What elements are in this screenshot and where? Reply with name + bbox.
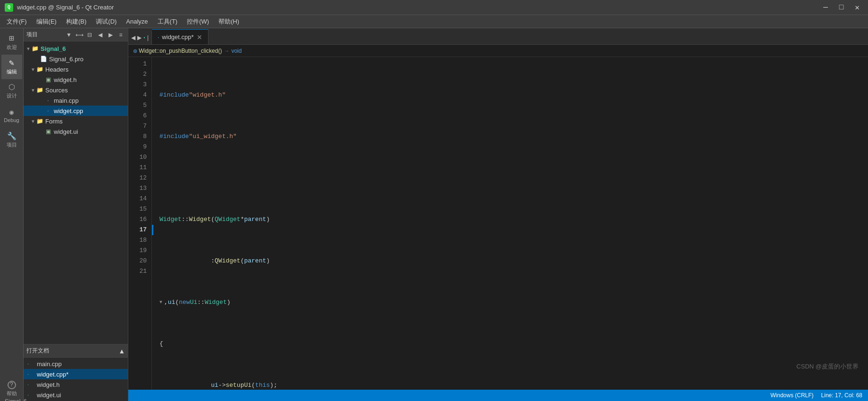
tree-nav-fwd[interactable]: ▶ <box>106 31 115 39</box>
tab-bar: ◀ ▶ · | · widget.cpp* ✕ <box>128 28 868 45</box>
menubar: 文件(F) 编辑(E) 构建(B) 调试(D) Analyze 工具(T) 控件… <box>0 15 868 28</box>
open-doc-label-main: main.cpp <box>37 360 62 368</box>
tree-arrow-forms: ▼ <box>30 119 36 124</box>
open-docs-panel: 打开文档 ▲ · main.cpp · widget.cpp* · widget… <box>24 344 128 401</box>
tree-label-headers: Headers <box>45 66 68 73</box>
tree-item-sources[interactable]: ▼ 📁 Sources <box>24 85 128 95</box>
welcome-icon: ⊞ <box>9 34 14 43</box>
file-tree: ▼ 📁 Signal_6 📄 Signal_6.pro ▼ 📁 Headers … <box>24 41 128 344</box>
code-line-4: Widget::Widget(QWidget *parent) <box>159 214 868 225</box>
open-doc-maincpp[interactable]: · main.cpp <box>24 359 128 369</box>
open-doc-widgetui[interactable]: · widget.ui <box>24 390 128 400</box>
help-icon: ? <box>8 381 16 389</box>
tree-arrow-signal6: ▼ <box>25 46 31 51</box>
open-doc-icon-main: · <box>27 361 35 367</box>
forms-folder-icon: 📁 <box>36 118 43 124</box>
open-doc-label-widget: widget.cpp* <box>37 371 68 378</box>
sidebar-debug-label: Debug <box>4 117 19 123</box>
sidebar-edit-label: 编辑 <box>7 68 17 75</box>
sidebar-item-help[interactable]: ? 帮助 <box>1 376 22 401</box>
tree-item-signal6pro[interactable]: 📄 Signal_6.pro <box>24 54 128 64</box>
menu-edit[interactable]: 编辑(E) <box>32 16 61 28</box>
tree-item-forms[interactable]: ▼ 📁 Forms <box>24 116 128 126</box>
maximize-button[interactable]: □ <box>835 2 848 13</box>
code-line-6: ▼, ui(new Ui::Widget) <box>159 297 868 308</box>
open-docs-list: · main.cpp · widget.cpp* · widget.h · wi… <box>24 358 128 401</box>
cpp-file-icon-main: · <box>44 97 52 104</box>
tree-item-widgeth[interactable]: ▣ widget.h <box>24 74 128 85</box>
close-button[interactable]: ✕ <box>851 2 863 13</box>
tab-nav-fwd-btn[interactable]: ▶ <box>137 34 142 41</box>
sidebar-item-debug[interactable]: ◉ Debug <box>1 104 22 128</box>
menu-tools[interactable]: 工具(T) <box>153 16 183 28</box>
code-content[interactable]: #include "widget.h" #include "ui_widget.… <box>152 57 868 390</box>
tree-menu-btn[interactable]: ≡ <box>117 31 125 39</box>
tree-item-headers[interactable]: ▼ 📁 Headers <box>24 64 128 74</box>
tab-menu-btn[interactable]: · <box>143 34 145 41</box>
edit-icon: ✎ <box>9 59 14 67</box>
tree-toolbar: 项目 ▼ ⟷ ⊟ ◀ ▶ ≡ <box>24 28 128 41</box>
code-line-7: { <box>159 339 868 349</box>
ui-file-icon: ▣ <box>44 128 52 135</box>
menu-help[interactable]: 帮助(H) <box>214 16 244 28</box>
tree-item-widgetui[interactable]: ▣ widget.ui <box>24 126 128 137</box>
tab-icon-cpp: · <box>158 34 159 41</box>
open-doc-icon-widget: · <box>27 371 35 377</box>
sidebar-help-label: 帮助 <box>7 390 17 397</box>
tree-label-widgetui: widget.ui <box>54 128 78 135</box>
open-docs-scroll-up[interactable]: ▲ <box>118 347 125 355</box>
menu-analyze[interactable]: Analyze <box>121 16 152 27</box>
cursor-line-indicator <box>152 225 153 235</box>
tree-sync-btn[interactable]: ⟷ <box>75 31 83 39</box>
tree-filter-btn[interactable]: ▼ <box>65 31 73 39</box>
tree-label-maincpp: main.cpp <box>54 97 79 104</box>
tree-toolbar-label: 项目 <box>26 31 38 39</box>
tree-item-widgetcpp[interactable]: · widget.cpp <box>24 106 128 116</box>
app-icon: Q <box>5 3 13 12</box>
code-line-1: #include "widget.h" <box>159 90 868 100</box>
menu-controls[interactable]: 控件(W) <box>182 16 214 28</box>
open-docs-label: 打开文档 <box>26 347 49 355</box>
tree-arrow-headers: ▼ <box>30 67 36 72</box>
breadcrumb-return-type: void <box>231 48 242 54</box>
status-bar: Windows (CRLF) Line: 17, Col: 68 <box>128 390 868 401</box>
tree-item-maincpp[interactable]: · main.cpp <box>24 95 128 106</box>
status-position: Line: 17, Col: 68 <box>821 392 862 399</box>
tree-nav-back[interactable]: ◀ <box>96 31 104 39</box>
fold-arrow-6[interactable]: ▼ <box>159 297 162 308</box>
minimize-button[interactable]: — <box>819 2 832 13</box>
breadcrumb-func-icon: ⊛ <box>133 48 137 54</box>
sidebar-item-edit[interactable]: ✎ 编辑 <box>1 55 22 79</box>
status-line-ending[interactable]: Windows (CRLF) <box>770 392 813 399</box>
open-doc-label-widgetui: widget.ui <box>37 392 61 399</box>
cpp-file-icon-widget: · <box>44 107 52 114</box>
sidebar-item-project[interactable]: 🔧 项目 <box>1 128 22 153</box>
open-doc-widgeth[interactable]: · widget.h <box>24 379 128 390</box>
bottom-project-label: Signal_6 <box>5 398 27 401</box>
code-line-5: : QWidget(parent) <box>159 256 868 266</box>
tree-label-widgetcpp: widget.cpp <box>54 107 83 115</box>
tab-label-widgetcpp: widget.cpp* <box>162 33 193 41</box>
tab-nav-btn[interactable]: ◀ <box>131 34 135 41</box>
line-numbers: 1 2 3 4 5 6 7 8 9 10 11 12 13 14 15 16 1… <box>128 57 152 390</box>
tab-split-btn[interactable]: | <box>147 34 149 41</box>
tab-widgetcpp[interactable]: · widget.cpp* ✕ <box>152 29 209 44</box>
sidebar-project-label: 项目 <box>7 141 17 148</box>
project-icon: 🔧 <box>7 133 17 140</box>
tree-label-signal6pro: Signal_6.pro <box>49 56 83 63</box>
debug-icon: ◉ <box>9 109 14 116</box>
file-tree-panel: 项目 ▼ ⟷ ⊟ ◀ ▶ ≡ ▼ 📁 Signal_6 📄 Signal_6.p… <box>24 28 128 401</box>
sidebar-item-design[interactable]: ⬡ 设计 <box>1 79 22 104</box>
open-doc-widgetcpp[interactable]: · widget.cpp* <box>24 369 128 379</box>
sidebar-item-welcome[interactable]: ⊞ 欢迎 <box>1 30 22 55</box>
tree-item-signal6[interactable]: ▼ 📁 Signal_6 <box>24 43 128 54</box>
menu-build[interactable]: 构建(B) <box>61 16 91 28</box>
menu-debug[interactable]: 调试(D) <box>91 16 121 28</box>
tab-close-widgetcpp[interactable]: ✕ <box>197 33 202 41</box>
folder-icon: 📁 <box>31 45 39 52</box>
tree-collapse-btn[interactable]: ⊟ <box>85 31 94 39</box>
tree-label-signal6: Signal_6 <box>41 45 66 52</box>
code-line-3 <box>159 173 868 183</box>
design-icon: ⬡ <box>8 84 15 91</box>
menu-file[interactable]: 文件(F) <box>2 16 32 28</box>
